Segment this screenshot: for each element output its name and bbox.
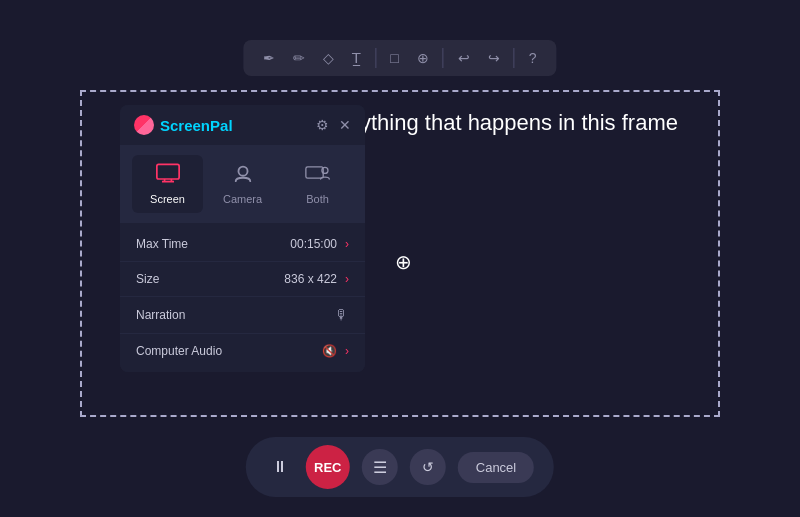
undo-icon[interactable]: ↩ [454,48,474,68]
max-time-value: 00:15:00 [290,237,337,251]
max-time-row[interactable]: Max Time 00:15:00 › [120,227,365,262]
narration-row[interactable]: Narration 🎙 [120,297,365,334]
close-icon[interactable]: ✕ [339,117,351,133]
screenpal-logo-icon [134,115,154,135]
toolbar: ✒ ✏ ◇ T̲ □ ⊕ ↩ ↪ ? [243,40,556,76]
help-icon[interactable]: ? [525,48,541,68]
panel-logo: ScreenPal [134,115,233,135]
divider-2 [443,48,444,68]
both-mode-label: Both [306,193,329,205]
size-label: Size [136,272,159,286]
settings-icon[interactable]: ⚙ [316,117,329,133]
computer-audio-row[interactable]: Computer Audio 🔇 › [120,334,365,368]
divider-1 [375,48,376,68]
rectangle-icon[interactable]: □ [386,48,402,68]
narration-label: Narration [136,308,185,322]
panel-header-actions: ⚙ ✕ [316,117,351,133]
pen-icon[interactable]: ✏ [289,48,309,68]
computer-audio-chevron: › [345,344,349,358]
panel-header: ScreenPal ⚙ ✕ [120,105,365,145]
eraser-icon[interactable]: ◇ [319,48,338,68]
audio-muted-icon: 🔇 [322,344,337,358]
narration-value-group: 🎙 [335,307,349,323]
mode-selector: Screen Camera Both [120,145,365,223]
screenpal-panel: ScreenPal ⚙ ✕ Screen [120,105,365,372]
size-value: 836 x 422 [284,272,337,286]
size-chevron: › [345,272,349,286]
screen-mode-button[interactable]: Screen [132,155,203,213]
screen-mode-icon [156,163,180,188]
max-time-label: Max Time [136,237,188,251]
pencil-icon[interactable]: ✒ [259,48,279,68]
svg-point-4 [238,167,247,176]
move-cursor-icon: ⊕ [395,250,412,274]
settings-list: Max Time 00:15:00 › Size 836 x 422 › Nar… [120,223,365,372]
screen-mode-label: Screen [150,193,185,205]
computer-audio-label: Computer Audio [136,344,222,358]
svg-rect-0 [156,164,178,179]
zoom-icon[interactable]: ⊕ [413,48,433,68]
pause-button[interactable]: ⏸ [266,454,294,480]
rotate-button[interactable]: ↺ [410,449,446,485]
both-mode-button[interactable]: Both [282,155,353,213]
screenpal-logo-text: ScreenPal [160,117,233,134]
microphone-icon: 🎙 [335,307,349,323]
cancel-button[interactable]: Cancel [458,452,534,483]
max-time-chevron: › [345,237,349,251]
svg-rect-5 [305,167,322,178]
rec-button[interactable]: REC [306,445,350,489]
capture-area-text: ything that happens in this frame [360,110,678,136]
camera-mode-icon [232,163,254,188]
bottom-bar: ⏸ REC ☰ ↺ Cancel [246,437,554,497]
computer-audio-value-group: 🔇 › [322,344,349,358]
size-row[interactable]: Size 836 x 422 › [120,262,365,297]
camera-mode-label: Camera [223,193,262,205]
menu-button[interactable]: ☰ [362,449,398,485]
camera-mode-button[interactable]: Camera [207,155,278,213]
redo-icon[interactable]: ↪ [484,48,504,68]
max-time-value-group: 00:15:00 › [290,237,349,251]
text-icon[interactable]: T̲ [348,48,365,68]
size-value-group: 836 x 422 › [284,272,349,286]
divider-3 [514,48,515,68]
both-mode-icon [305,163,331,188]
